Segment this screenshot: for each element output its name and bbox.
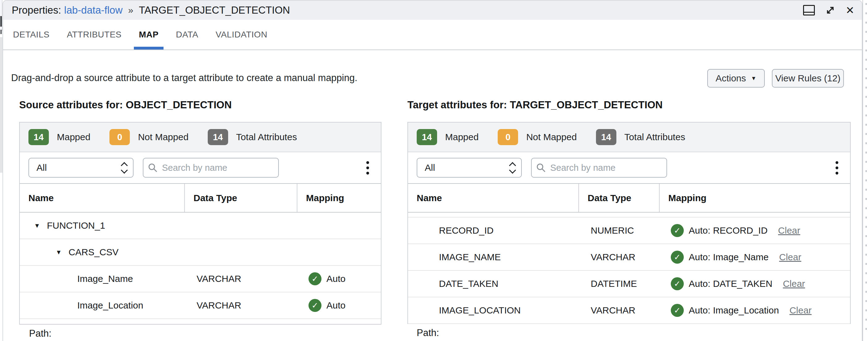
mapped-check-icon: ✓ [309,272,321,285]
clear-mapping-link[interactable]: Clear [789,305,812,316]
not-mapped-count-badge: 0 [498,129,518,145]
clipped-row [408,212,850,218]
tab-data[interactable]: DATA [167,20,207,50]
breadcrumb-separator: » [128,5,133,16]
table-row-group[interactable]: ▼ CARS_CSV [20,239,381,266]
total-label: Total Attributes [624,132,685,142]
expand-icon[interactable] [825,5,836,16]
not-mapped-label: Not Mapped [526,132,577,142]
collapse-caret-icon[interactable]: ▼ [34,222,40,229]
clear-mapping-link[interactable]: Clear [783,279,805,289]
source-badge-strip: 14 Mapped 0 Not Mapped 14 Total Attribut… [20,122,381,152]
table-row[interactable]: RECORD_ID NUMERIC ✓ Auto: RECORD_ID Clea… [408,218,850,244]
total-count-badge: 14 [208,129,228,145]
table-row[interactable]: Image_Location VARCHAR ✓ Auto [20,292,381,319]
tab-map[interactable]: MAP [130,20,167,50]
clear-mapping-link[interactable]: Clear [779,252,801,262]
table-row-group[interactable]: ▼ FUNCTION_1 [20,212,381,239]
mapped-check-icon: ✓ [309,299,321,312]
table-row[interactable]: DATE_TAKEN DATETIME ✓ Auto: DATE_TAKEN C… [408,271,850,297]
col-header-data-type: Data Type [579,184,660,212]
source-filter-select[interactable]: All [28,158,133,178]
clear-mapping-link[interactable]: Clear [778,225,800,236]
tab-attributes[interactable]: ATTRIBUTES [58,20,130,50]
table-row[interactable]: Image_Name VARCHAR ✓ Auto [20,266,381,292]
target-search-box [531,158,667,178]
tab-validation[interactable]: VALIDATION [207,20,276,50]
mapping-instruction: Drag-and-drop a source attribute to a ta… [11,73,357,84]
actions-button[interactable]: Actions ▼ [707,69,765,88]
source-panel-title: Source attributes for: OBJECT_DETECTION [19,99,232,111]
select-chevrons-icon [122,163,127,173]
mapped-label: Mapped [57,132,90,142]
source-search-box [143,158,279,178]
close-icon[interactable]: ✕ [846,5,855,16]
dock-panel-icon[interactable] [803,5,815,16]
source-search-input[interactable] [162,163,274,173]
tab-bar: DETAILS ATTRIBUTES MAP DATA VALIDATION [3,20,862,50]
source-table-header: Name Data Type Mapping [20,183,381,212]
collapse-caret-icon[interactable]: ▼ [56,249,62,256]
source-path-label: Path: [29,328,51,339]
select-chevrons-icon [510,163,515,173]
target-menu-kebab-icon[interactable] [836,161,838,174]
target-table-header: Name Data Type Mapping [408,183,850,212]
panel-titlebar: Properties: lab-data-flow » TARGET_OBJEC… [3,1,862,20]
target-path-label: Path: [417,328,439,339]
mapped-label: Mapped [445,132,478,142]
mapped-check-icon: ✓ [671,251,684,264]
total-count-badge: 14 [596,129,616,145]
mapped-count-badge: 14 [28,129,49,145]
mapped-count-badge: 14 [417,129,437,145]
search-icon [536,163,546,173]
properties-panel: Properties: lab-data-flow » TARGET_OBJEC… [2,0,862,341]
col-header-mapping: Mapping [660,184,850,212]
table-row[interactable]: IMAGE_LOCATION VARCHAR ✓ Auto: Image_Loc… [408,297,850,324]
vertical-scrollbar[interactable] [862,0,868,341]
panel-title-prefix: Properties: [12,4,61,16]
source-attributes-panel: 14 Mapped 0 Not Mapped 14 Total Attribut… [19,122,381,324]
mapped-check-icon: ✓ [671,277,684,290]
tab-details[interactable]: DETAILS [4,20,58,50]
target-search-input[interactable] [550,163,662,173]
clipped-row [20,319,381,324]
col-header-name: Name [20,184,185,212]
target-badge-strip: 14 Mapped 0 Not Mapped 14 Total Attribut… [408,122,850,152]
target-attributes-panel: 14 Mapped 0 Not Mapped 14 Total Attribut… [407,122,851,324]
source-filter-row: All [20,152,381,183]
target-filter-row: All [408,152,850,183]
background-edge-strip [0,37,2,173]
target-filter-select[interactable]: All [417,158,522,178]
clipped-row [408,324,850,327]
scrollbar-ticks [866,3,867,337]
chevron-down-icon: ▼ [751,75,756,82]
mapped-check-icon: ✓ [671,224,684,237]
active-tab-underline [134,47,163,50]
col-header-name: Name [408,184,579,212]
data-flow-link[interactable]: lab-data-flow [64,4,123,16]
source-menu-kebab-icon[interactable] [366,161,369,174]
total-label: Total Attributes [236,132,297,142]
search-icon [148,163,158,173]
window-controls: ✕ [803,5,855,16]
table-row[interactable]: IMAGE_NAME VARCHAR ✓ Auto: Image_Name Cl… [408,244,850,271]
target-panel-title: Target attributes for: TARGET_OBJECT_DET… [407,99,663,111]
col-header-mapping: Mapping [298,184,381,212]
view-rules-button[interactable]: View Rules (12) [772,69,844,88]
background-edge-mark [0,30,2,34]
panel-title-object: TARGET_OBJECT_DETECTION [139,4,290,16]
background-edge-mark [0,16,2,27]
mapped-check-icon: ✓ [671,304,684,317]
not-mapped-label: Not Mapped [138,132,188,142]
col-header-data-type: Data Type [185,184,298,212]
not-mapped-count-badge: 0 [110,129,130,145]
